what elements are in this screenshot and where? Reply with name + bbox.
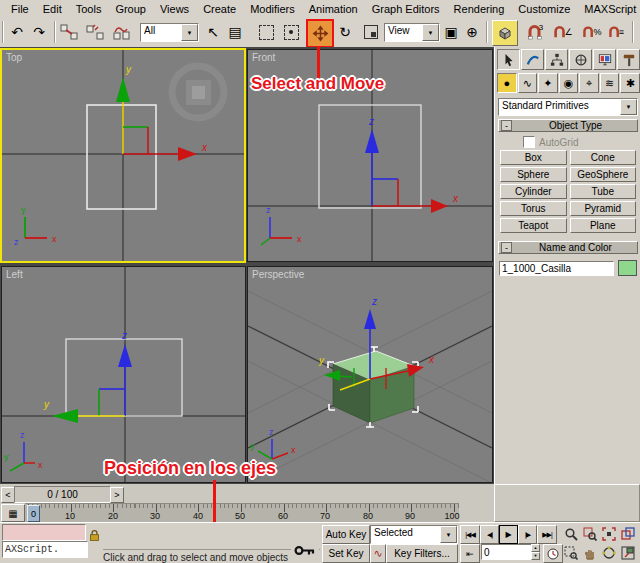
selection-filter-dropdown[interactable]: All ▼ bbox=[140, 23, 199, 42]
set-key-button[interactable]: Set Key bbox=[322, 544, 370, 563]
selection-set-dropdown[interactable]: Selected ▼ bbox=[370, 525, 458, 544]
autogrid-checkbox[interactable] bbox=[523, 136, 535, 148]
tube-button[interactable]: Tube bbox=[570, 184, 637, 199]
zoom-extents-icon[interactable] bbox=[600, 525, 618, 542]
zoom-all-icon[interactable] bbox=[581, 525, 599, 542]
teapot-button[interactable]: Teapot bbox=[500, 218, 567, 233]
time-slider-handle[interactable]: 0 bbox=[27, 505, 40, 522]
menu-views[interactable]: Views bbox=[153, 2, 196, 16]
category-shapes-icon[interactable]: ∿ bbox=[518, 73, 538, 93]
select-by-name-icon[interactable]: ▤ bbox=[224, 20, 246, 44]
snap-toggle-3d-icon[interactable]: 3 bbox=[522, 20, 548, 44]
category-lights-icon[interactable]: ✦ bbox=[538, 73, 558, 93]
time-slider-right-arrow[interactable]: > bbox=[110, 487, 124, 503]
next-frame-button[interactable]: |▶ bbox=[518, 525, 537, 544]
category-systems-icon[interactable]: ✱ bbox=[620, 73, 640, 93]
open-mini-curve-editor-button[interactable]: ▦ bbox=[1, 504, 25, 522]
menu-group[interactable]: Group bbox=[108, 2, 153, 16]
geosphere-button[interactable]: GeoSphere bbox=[570, 167, 637, 182]
frame-spinner[interactable]: ▲ ▼ bbox=[531, 544, 540, 560]
chevron-down-icon[interactable]: ▼ bbox=[422, 24, 439, 41]
set-keys-key-icon[interactable] bbox=[291, 539, 319, 562]
rollout-object-type-header[interactable]: - Object Type bbox=[498, 119, 638, 132]
category-cameras-icon[interactable]: ◉ bbox=[559, 73, 579, 93]
tab-create[interactable] bbox=[497, 49, 520, 70]
window-crossing-icon[interactable] bbox=[280, 20, 302, 44]
category-spacewarps-icon[interactable]: ≋ bbox=[600, 73, 620, 93]
select-and-rotate-icon[interactable]: ↻ bbox=[334, 20, 356, 44]
tab-display[interactable] bbox=[593, 49, 616, 70]
go-to-end-button[interactable]: ▶▶| bbox=[537, 525, 557, 544]
menu-rendering[interactable]: Rendering bbox=[447, 2, 512, 16]
menu-modifiers[interactable]: Modifiers bbox=[243, 2, 302, 16]
torus-button[interactable]: Torus bbox=[500, 201, 567, 216]
auto-key-button[interactable]: Auto Key bbox=[322, 525, 370, 544]
zoom-extents-all-icon[interactable] bbox=[619, 525, 637, 542]
spinner-down-icon[interactable]: ▼ bbox=[531, 552, 540, 560]
menu-file[interactable]: File bbox=[4, 2, 36, 16]
select-and-move-button[interactable] bbox=[306, 19, 334, 48]
angle-snap-icon[interactable]: ∠ bbox=[550, 20, 576, 44]
curve-toggle-icon[interactable]: ∿ bbox=[370, 544, 386, 563]
time-slider-frame-display[interactable]: 0 / 100 bbox=[14, 486, 111, 503]
collapse-icon[interactable]: - bbox=[501, 120, 512, 131]
select-and-scale-icon[interactable] bbox=[360, 20, 382, 44]
chevron-down-icon[interactable]: ▼ bbox=[181, 24, 198, 41]
category-helpers-icon[interactable]: ⌖ bbox=[579, 73, 599, 93]
plane-button[interactable]: Plane bbox=[570, 218, 637, 233]
previous-frame-button[interactable]: ◀| bbox=[480, 525, 499, 544]
bind-spacewarp-icon[interactable] bbox=[110, 20, 132, 44]
go-to-start-button[interactable]: |◀◀ bbox=[460, 525, 480, 544]
sphere-button[interactable]: Sphere bbox=[500, 167, 567, 182]
min-max-toggle-icon[interactable] bbox=[619, 544, 637, 561]
chevron-down-icon[interactable]: ▼ bbox=[440, 526, 457, 543]
pan-hand-icon[interactable] bbox=[581, 544, 599, 561]
play-button[interactable]: ▶ bbox=[499, 525, 518, 544]
redo-icon[interactable]: ↷ bbox=[28, 20, 50, 44]
undo-icon[interactable]: ↶ bbox=[6, 20, 28, 44]
time-configuration-icon[interactable] bbox=[543, 544, 563, 563]
pyramid-button[interactable]: Pyramid bbox=[570, 201, 637, 216]
rollout-name-color-header[interactable]: - Name and Color bbox=[498, 241, 638, 254]
menu-create[interactable]: Create bbox=[196, 2, 243, 16]
tab-motion[interactable] bbox=[569, 49, 592, 70]
object-color-swatch[interactable] bbox=[618, 260, 637, 276]
menu-edit[interactable]: Edit bbox=[36, 2, 69, 16]
chevron-down-icon[interactable]: ▼ bbox=[620, 99, 637, 115]
viewport-perspective[interactable]: z x y z y x Perspective bbox=[247, 266, 493, 483]
menu-tools[interactable]: Tools bbox=[69, 2, 109, 16]
current-frame-field[interactable]: 0 bbox=[481, 544, 535, 560]
viewport-perspective-label[interactable]: Perspective bbox=[252, 269, 304, 280]
selection-lock-icon[interactable] bbox=[87, 527, 102, 544]
unlink-icon[interactable] bbox=[84, 20, 106, 44]
time-slider-left-arrow[interactable]: < bbox=[1, 487, 15, 503]
tab-hierarchy[interactable] bbox=[545, 49, 568, 70]
menu-graph-editors[interactable]: Graph Editors bbox=[365, 2, 447, 16]
use-pivot-center-icon[interactable]: ▣ bbox=[440, 20, 462, 44]
shaded-cube-icon[interactable] bbox=[492, 20, 518, 46]
link-icon[interactable] bbox=[58, 20, 80, 44]
viewport-left[interactable]: y z z y x Left bbox=[1, 266, 246, 483]
menu-maxscript[interactable]: MAXScript bbox=[577, 2, 640, 16]
macro-recorder-field[interactable] bbox=[2, 524, 86, 541]
rectangular-selection-region-icon[interactable] bbox=[255, 20, 277, 44]
viewport-left-label[interactable]: Left bbox=[6, 269, 23, 280]
cylinder-button[interactable]: Cylinder bbox=[500, 184, 567, 199]
spinner-up-icon[interactable]: ▲ bbox=[531, 544, 540, 552]
percent-snap-icon[interactable]: % bbox=[580, 20, 604, 44]
maxscript-listener-field[interactable]: AXScript. bbox=[2, 541, 88, 558]
arc-rotate-icon[interactable] bbox=[600, 544, 618, 561]
tab-utilities[interactable] bbox=[617, 49, 640, 70]
viewport-top-label[interactable]: Top bbox=[6, 52, 22, 63]
collapse-icon[interactable]: - bbox=[501, 242, 512, 253]
viewport-top[interactable]: y x y x z Top bbox=[0, 48, 246, 263]
primitive-category-dropdown[interactable]: Standard Primitives ▼ bbox=[498, 98, 638, 116]
category-geometry-icon[interactable]: ● bbox=[497, 73, 517, 93]
menu-customize[interactable]: Customize bbox=[511, 2, 577, 16]
box-button[interactable]: Box bbox=[500, 150, 567, 165]
track-bar-ruler[interactable]: 0 10 20 30 40 50 60 70 80 90 100 bbox=[25, 503, 459, 522]
menu-animation[interactable]: Animation bbox=[302, 2, 365, 16]
tab-modify[interactable] bbox=[521, 49, 544, 70]
toolbar-grip[interactable] bbox=[2, 21, 4, 43]
zoom-icon[interactable] bbox=[562, 525, 580, 542]
